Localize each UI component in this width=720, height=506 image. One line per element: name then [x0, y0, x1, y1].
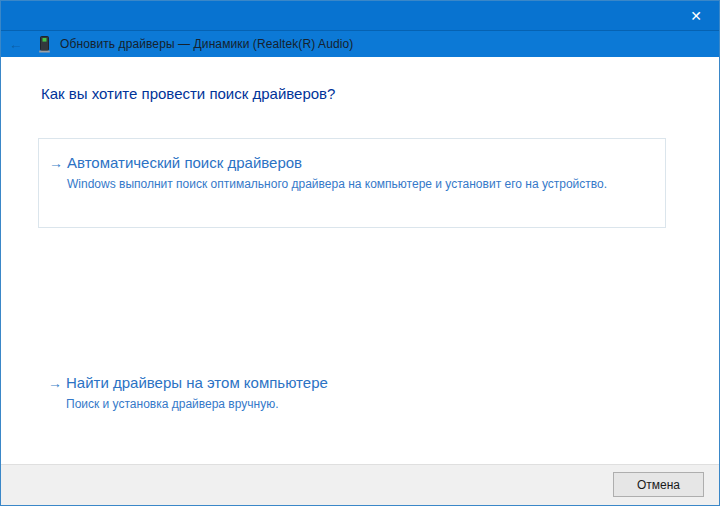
option-automatic-title: Автоматический поиск драйверов — [67, 153, 607, 173]
cancel-button[interactable]: Отмена — [613, 472, 704, 497]
dialog-title: Обновить драйверы — Динамики (Realtek(R)… — [60, 37, 353, 51]
dialog-footer: Отмена — [1, 464, 719, 505]
arrow-right-icon: → — [49, 153, 67, 192]
update-drivers-dialog: ✕ ← Обновить драйверы — Динамики (Realte… — [0, 0, 720, 506]
device-driver-icon — [38, 36, 51, 53]
title-bar: ✕ — [1, 1, 719, 31]
option-browse-title: Найти драйверы на этом компьютере — [66, 373, 328, 393]
main-instruction: Как вы хотите провести поиск драйверов? — [41, 85, 335, 102]
close-button[interactable]: ✕ — [673, 1, 719, 30]
option-automatic-search[interactable]: → Автоматический поиск драйверов Windows… — [38, 138, 666, 228]
option-automatic-description: Windows выполнит поиск оптимального драй… — [67, 177, 607, 192]
back-button[interactable]: ← — [1, 36, 31, 52]
arrow-right-icon: → — [48, 373, 66, 412]
option-browse-computer[interactable]: → Найти драйверы на этом компьютере Поис… — [38, 373, 666, 412]
dialog-body: Как вы хотите провести поиск драйверов? … — [1, 57, 719, 464]
option-browse-description: Поиск и установка драйвера вручную. — [66, 397, 328, 412]
close-icon: ✕ — [690, 8, 702, 24]
wizard-header: ← Обновить драйверы — Динамики (Realtek(… — [1, 31, 719, 57]
